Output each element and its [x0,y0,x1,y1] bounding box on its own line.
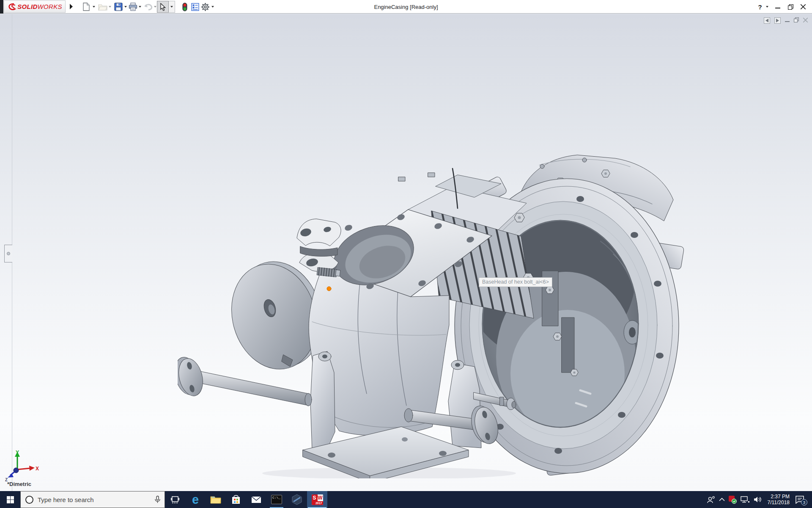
print-icon [129,3,137,11]
taskbar-app-edge[interactable]: e [185,491,206,508]
people-icon [707,496,715,503]
y-axis-label: Y [16,450,19,456]
file-properties-button[interactable] [190,2,200,12]
sw-monitor-check-icon [729,496,737,504]
title-bar: SOLIDWORKS [0,0,812,14]
orientation-triad: Y X Z [3,449,41,483]
restore-button[interactable] [785,0,796,14]
print-dropdown[interactable] [137,2,143,12]
doc-restore-button[interactable] [794,17,799,24]
doc-minimize-icon [785,18,790,22]
solidworks-2017-icon: S W 2017 [312,494,323,505]
doc-minimize-button[interactable] [785,17,790,24]
solidworks-desktop: { "colors": { "solidworks_red": "#d6121b… [0,0,812,508]
next-pane-button[interactable] [774,17,781,24]
help-button[interactable]: ? [755,0,765,14]
speaker-icon [754,496,762,503]
undo-button[interactable] [143,2,153,12]
flyout-arrow-icon [69,4,73,9]
taskbar-search[interactable] [20,491,165,508]
microphone-icon[interactable] [155,496,160,503]
doc-close-icon [803,18,808,22]
clock-date: 7/11/2018 [768,500,790,505]
task-view-icon [171,496,179,503]
solidworks-logo: SOLIDWORKS [4,0,66,13]
document-window-controls [764,17,808,24]
taskbar-app-command-prompt[interactable]: C:\_ [266,491,287,508]
windows-logo-icon [7,496,14,503]
open-button[interactable] [98,2,108,12]
graphics-area[interactable]: BaseHead of hex bolt_ai<6> Y X Z *Dimetr… [0,14,812,491]
undo-arrow-icon [143,3,153,11]
close-icon [801,4,806,9]
gear-icon [201,3,210,11]
restore-icon [788,4,793,10]
taskbar-app-mail[interactable] [246,491,266,508]
help-dropdown[interactable] [765,0,770,14]
previous-pane-button[interactable] [764,17,770,24]
traffic-light-icon [182,3,187,11]
minimize-button[interactable] [772,0,783,14]
cortana-icon [25,496,33,504]
notification-badge: 3 [801,499,807,505]
splitter-dot-icon [7,252,10,255]
clock[interactable]: 2:37 PM7/11/2018 [766,494,792,505]
new-document-dropdown[interactable] [91,2,96,12]
brand-text: SOLIDWORKS [17,3,62,10]
solidworks-resource-monitor[interactable] [729,496,737,504]
hover-highlight-dot [327,287,331,291]
close-button[interactable] [798,0,809,14]
people-button[interactable] [707,496,715,503]
doc-restore-icon [794,17,799,22]
triad-origin [14,468,19,473]
composer-hexagon-icon [291,494,302,505]
select-tool-button[interactable] [157,1,169,13]
toolbar-flyout-button[interactable] [66,0,76,13]
system-tray: 2:37 PM7/11/2018 3 [707,491,812,508]
save-button[interactable] [113,2,123,12]
network-icon [741,496,750,503]
component-tooltip: BaseHead of hex bolt_ai<6> [479,277,552,287]
print-button[interactable] [128,2,138,12]
taskbar-app-solidworks[interactable]: S W 2017 [307,491,327,508]
taskbar-app-store[interactable] [226,491,246,508]
taskbar-app-file-explorer[interactable] [206,491,226,508]
search-input[interactable] [33,496,155,503]
select-tool-dropdown[interactable] [169,1,175,13]
open-dropdown[interactable] [107,2,112,12]
edge-icon: e [192,494,199,505]
view-orientation-label: *Dimetric [7,481,31,487]
file-explorer-icon [210,495,221,504]
action-center-button[interactable]: 3 [795,496,804,504]
clock-time: 2:37 PM [768,494,790,500]
chevron-up-icon [719,498,725,501]
taskbar-app-composer[interactable] [287,491,307,508]
options-button[interactable] [200,2,210,12]
featuremanager-collapsed-tab[interactable] [4,245,12,262]
model-3d-view[interactable] [178,123,685,478]
right-arrow-icon [776,19,779,22]
rebuild-button[interactable] [180,2,190,12]
minimize-icon [775,4,780,9]
start-button[interactable] [0,491,20,508]
x-axis-arrow [29,466,35,471]
options-dropdown[interactable] [210,2,215,12]
volume-button[interactable] [754,496,762,503]
new-document-icon [82,3,90,11]
select-cursor-icon [160,3,166,11]
command-prompt-icon: C:\_ [271,495,282,504]
left-arrow-icon [765,19,768,22]
doc-close-button[interactable] [803,17,808,24]
new-document-button[interactable] [81,2,91,12]
microsoft-store-icon [231,495,241,504]
open-folder-icon [98,3,107,11]
taskbar-app-task-view[interactable] [165,491,185,508]
tray-overflow-button[interactable] [719,498,725,501]
file-properties-icon [191,3,199,11]
ds-logo-icon [7,2,16,11]
network-button[interactable] [741,496,750,503]
x-axis-label: X [36,466,39,472]
window-edge [0,0,3,14]
save-floppy-icon [114,3,123,11]
mail-icon [251,496,261,503]
